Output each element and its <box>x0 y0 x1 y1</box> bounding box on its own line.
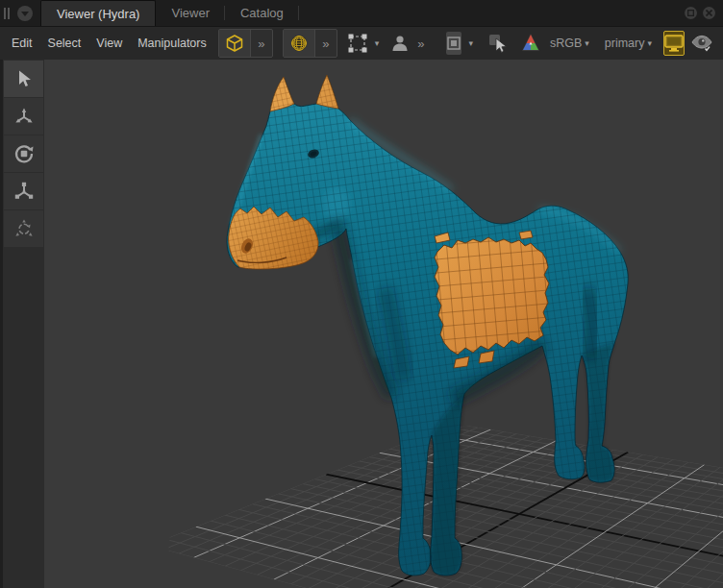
display-mode-caret[interactable]: ▾ <box>468 38 473 48</box>
selection-behavior-button[interactable] <box>486 31 510 56</box>
tab-label: Viewer (Hydra) <box>57 7 139 21</box>
rgb-triangle-icon <box>519 32 542 55</box>
tool-orbit-pivot[interactable] <box>4 210 43 247</box>
viewer-toolbar: Edit Select View Manipulators » <box>0 27 723 60</box>
tool-scale[interactable] <box>4 173 43 209</box>
marquee-icon <box>347 33 368 54</box>
cube-icon <box>225 34 244 53</box>
rotate-icon <box>12 142 36 165</box>
cursor-box-icon <box>486 32 510 55</box>
tab-label: Viewer <box>171 6 210 20</box>
shaded-square-icon <box>446 36 461 51</box>
close-icon <box>706 10 712 16</box>
marquee-select-button[interactable] <box>347 31 368 56</box>
pane-drag-handle[interactable] <box>0 0 13 26</box>
colorspace-dropdown[interactable]: sRGB <box>550 37 582 50</box>
shading-mode-group: » <box>218 29 273 58</box>
eye-check-icon <box>690 33 713 54</box>
channel-display-button[interactable] <box>519 31 542 56</box>
shading-mode-button[interactable] <box>219 30 250 57</box>
visibility-toggle[interactable] <box>690 31 713 56</box>
menu-manipulators[interactable]: Manipulators <box>137 37 207 50</box>
menu-edit[interactable]: Edit <box>12 37 33 50</box>
render-to-monitor-toggle[interactable] <box>663 31 685 56</box>
tool-translate[interactable] <box>4 98 43 135</box>
tool-rotate[interactable] <box>4 135 43 172</box>
hydra-3d-viewport[interactable] <box>44 60 723 588</box>
tab-bar: Viewer (Hydra) Viewer Catalog <box>0 0 723 27</box>
tab-label: Catalog <box>240 6 284 20</box>
shading-mode-expander[interactable]: » <box>250 30 272 57</box>
tab-viewer-hydra[interactable]: Viewer (Hydra) <box>40 0 156 26</box>
subdiv-display-expander[interactable]: » <box>314 30 337 57</box>
panel-menu-button[interactable] <box>17 6 33 21</box>
translate-icon <box>12 105 36 128</box>
menu-select[interactable]: Select <box>48 37 82 50</box>
pane-window-buttons <box>685 0 723 26</box>
subdiv-display-button[interactable] <box>284 30 314 57</box>
proxy-expander[interactable]: » <box>417 37 424 51</box>
view-target-dropdown[interactable]: primary <box>605 37 645 50</box>
horse-model[interactable] <box>227 75 628 576</box>
view-target-caret[interactable]: ▾ <box>647 38 652 48</box>
orbit-pivot-icon <box>12 217 36 240</box>
close-pane-button[interactable] <box>703 7 715 19</box>
select-arrow-icon <box>12 67 36 90</box>
tool-select[interactable] <box>4 61 43 97</box>
monitor-icon <box>664 35 684 52</box>
tab-catalog[interactable]: Catalog <box>225 0 299 26</box>
proxy-display-button[interactable] <box>390 31 410 56</box>
triangle-down-icon <box>21 12 29 16</box>
manipulator-tool-column <box>0 60 44 588</box>
marquee-caret[interactable]: ▾ <box>375 38 380 48</box>
person-icon <box>390 34 410 53</box>
subdiv-display-group: » <box>283 29 337 58</box>
viewer-window: Viewer (Hydra) Viewer Catalog Edit Selec… <box>0 0 723 588</box>
viewport-canvas[interactable] <box>44 60 723 588</box>
colorspace-caret[interactable]: ▾ <box>585 38 589 48</box>
horse-wireframe-overlay <box>227 75 628 576</box>
menu-view[interactable]: View <box>96 37 122 50</box>
display-mode-button[interactable] <box>446 32 462 55</box>
restore-pane-button[interactable] <box>685 7 697 19</box>
scale-icon <box>12 180 36 203</box>
restore-icon <box>687 10 694 16</box>
wire-sphere-icon <box>289 34 309 53</box>
tab-viewer[interactable]: Viewer <box>156 0 225 26</box>
